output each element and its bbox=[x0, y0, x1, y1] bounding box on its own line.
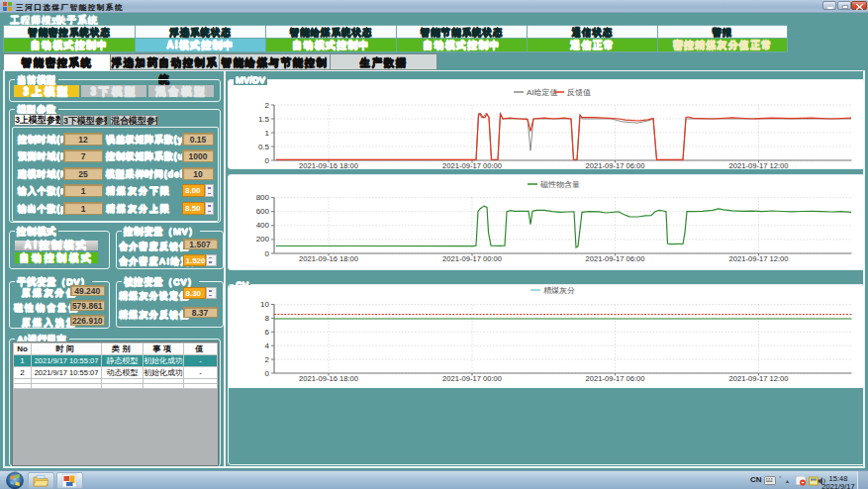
svg-text:2021-09-16 18:00: 2021-09-16 18:00 bbox=[299, 374, 358, 383]
svg-text:2021-09-17 06:00: 2021-09-17 06:00 bbox=[586, 374, 645, 383]
svg-text:2021-09-16 18:00: 2021-09-16 18:00 bbox=[299, 254, 358, 263]
svg-text:1.5: 1.5 bbox=[258, 115, 270, 124]
svg-text:1: 1 bbox=[265, 129, 270, 138]
svg-text:2021-09-17 12:00: 2021-09-17 12:00 bbox=[729, 254, 789, 263]
svg-text:400: 400 bbox=[256, 221, 270, 230]
svg-text:0.5: 0.5 bbox=[258, 143, 270, 151]
svg-text:2: 2 bbox=[265, 355, 270, 364]
svg-text:2021-09-17 00:00: 2021-09-17 00:00 bbox=[442, 254, 502, 263]
svg-text:200: 200 bbox=[256, 235, 270, 244]
svg-text:2021-09-17 06:00: 2021-09-17 06:00 bbox=[586, 161, 645, 170]
svg-text:0: 0 bbox=[265, 369, 270, 378]
svg-text:反馈值: 反馈值 bbox=[567, 88, 591, 97]
svg-text:精煤灰分: 精煤灰分 bbox=[543, 286, 575, 295]
svg-text:800: 800 bbox=[256, 193, 270, 202]
svg-text:2021-09-17 00:00: 2021-09-17 00:00 bbox=[442, 161, 502, 170]
svg-text:0: 0 bbox=[265, 156, 270, 165]
svg-text:2021-09-17 00:00: 2021-09-17 00:00 bbox=[442, 374, 502, 383]
svg-text:2021-09-17 12:00: 2021-09-17 12:00 bbox=[729, 161, 789, 170]
svg-text:2021-09-17 06:00: 2021-09-17 06:00 bbox=[586, 254, 645, 263]
svg-text:6: 6 bbox=[265, 328, 270, 337]
svg-text:AI给定值: AI给定值 bbox=[527, 88, 558, 97]
svg-text:2021-09-17 12:00: 2021-09-17 12:00 bbox=[729, 374, 789, 383]
svg-text:4: 4 bbox=[265, 342, 270, 350]
svg-text:600: 600 bbox=[256, 207, 270, 216]
svg-text:2021-09-16 18:00: 2021-09-16 18:00 bbox=[299, 161, 358, 170]
svg-text:0: 0 bbox=[265, 249, 270, 258]
svg-text:8: 8 bbox=[265, 314, 270, 323]
svg-text:磁性物含量: 磁性物含量 bbox=[539, 180, 580, 189]
svg-text:10: 10 bbox=[260, 300, 269, 309]
svg-text:2: 2 bbox=[265, 101, 270, 110]
